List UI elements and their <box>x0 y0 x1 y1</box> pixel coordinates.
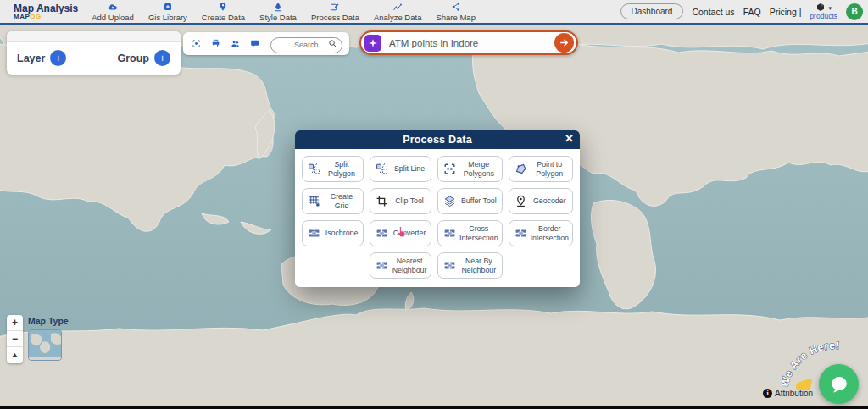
tool-label: Buffer Tool <box>459 196 498 206</box>
zoom-control: + − ▲ <box>7 315 23 363</box>
nearest-neighbour-button[interactable]: Nearest Neighbour <box>370 252 431 279</box>
modal-body: Split Polygon Split Line Merge Polygons … <box>295 149 580 287</box>
nav-item-create-data[interactable]: Create Data <box>202 2 245 22</box>
search-box <box>270 36 343 52</box>
add-group-button[interactable]: + <box>154 50 170 66</box>
search-icon[interactable] <box>328 39 337 48</box>
point-to-polygon-icon <box>515 163 527 175</box>
tool-label: Split Line <box>392 164 427 174</box>
compass-button[interactable]: ▲ <box>7 347 23 363</box>
ai-submit-button[interactable] <box>554 33 574 53</box>
map-type-label: Map Type <box>28 316 69 326</box>
add-layer-button[interactable]: + <box>50 50 66 66</box>
near-by-neighbour-button[interactable]: Near By Neighbour <box>437 252 502 279</box>
layer-label: Layer <box>17 53 45 64</box>
nav-item-label: Process Data <box>311 13 359 22</box>
brand-og-text: OG <box>30 13 41 20</box>
tool-label: Near By Neighbour <box>459 257 498 274</box>
nav-item-share-map[interactable]: Share Map <box>436 2 475 22</box>
create-grid-button[interactable]: Create Grid <box>302 188 364 214</box>
merge-polygons-button[interactable]: Merge Polygons <box>437 156 502 182</box>
nav-item-label: Share Map <box>436 13 475 22</box>
layer-panel-header <box>7 31 181 42</box>
analyze-icon <box>392 2 403 12</box>
map-toolbar <box>183 32 349 55</box>
blocks-icon <box>376 259 388 272</box>
buffer-tool-button[interactable]: Buffer Tool <box>437 188 502 214</box>
split-polygon-icon <box>308 163 320 175</box>
nav-right-area: Dashboard Contact us FAQ Pricing | ▾ pro… <box>620 0 864 23</box>
tool-label: Geocoder <box>531 196 569 206</box>
nav-item-label: Add Upload <box>92 13 134 22</box>
mouse-cursor-icon <box>395 225 409 240</box>
map-analysis-app: Map Analysis MAPOG Add Upload Gis Librar… <box>0 0 868 409</box>
contact-us-link[interactable]: Contact us <box>692 7 734 17</box>
group-label: Group <box>118 53 150 64</box>
comment-icon[interactable] <box>250 38 259 49</box>
modal-header: Process Data ✕ <box>295 130 580 149</box>
nav-item-gis-library[interactable]: Gis Library <box>148 2 187 22</box>
nav-item-label: Analyze Data <box>374 13 422 22</box>
split-polygon-button[interactable]: Split Polygon <box>302 156 364 182</box>
tool-label: Point to Polygon <box>531 160 569 178</box>
nav-item-label: Gis Library <box>148 13 187 22</box>
brand-logo[interactable]: Map Analysis MAPOG <box>14 3 78 20</box>
nav-item-add-upload[interactable]: Add Upload <box>92 2 134 22</box>
nav-item-process-data[interactable]: Process Data <box>311 2 359 22</box>
top-nav: Map Analysis MAPOG Add Upload Gis Librar… <box>0 0 868 25</box>
letterbox-bar <box>0 406 868 409</box>
nav-item-analyze-data[interactable]: Analyze Data <box>374 2 422 22</box>
tool-label: Split Polygon <box>324 160 359 178</box>
info-icon: i <box>763 389 772 398</box>
geocoder-icon <box>515 195 527 207</box>
tool-label: Create Grid <box>324 192 359 210</box>
cloud-upload-icon <box>108 2 118 12</box>
sparkle-icon <box>368 38 378 48</box>
close-icon[interactable]: ✕ <box>565 132 574 145</box>
layer-panel: Layer + Group + <box>7 31 181 75</box>
chat-button[interactable] <box>819 364 859 404</box>
users-icon[interactable] <box>231 38 240 49</box>
map-type-thumbnail[interactable] <box>28 329 62 361</box>
tool-label: Nearest Neighbour <box>392 257 427 274</box>
chevron-down-icon: ▾ <box>828 5 832 11</box>
cross-intersection-button[interactable]: Cross Intersection <box>437 220 502 246</box>
layer-group-row: Layer + Group + <box>7 42 181 74</box>
mini-map <box>29 330 62 361</box>
process-data-modal: Process Data ✕ Split Polygon Split Line … <box>295 130 580 287</box>
tool-label: Merge Polygons <box>459 160 498 178</box>
blocks-icon <box>443 259 456 272</box>
geocoder-button[interactable]: Geocoder <box>509 188 573 214</box>
pricing-link[interactable]: Pricing | <box>770 7 802 17</box>
ai-query-input[interactable] <box>381 38 554 48</box>
clip-tool-button[interactable]: Clip Tool <box>370 188 431 214</box>
modal-title: Process Data <box>403 134 472 146</box>
brand-wordmark: MAPOG <box>14 14 78 20</box>
merge-polygons-icon <box>443 163 456 175</box>
faq-link[interactable]: FAQ <box>743 7 761 17</box>
isochrone-button[interactable]: Isochrone <box>302 220 364 246</box>
tool-label: Cross Intersection <box>459 224 498 242</box>
square-plus-icon <box>163 2 173 12</box>
zoom-out-button[interactable]: − <box>7 331 23 347</box>
point-to-polygon-button[interactable]: Point to Polygon <box>509 156 573 182</box>
printer-icon[interactable] <box>211 38 220 49</box>
dashboard-button[interactable]: Dashboard <box>620 3 684 19</box>
blocks-icon <box>308 227 320 240</box>
buffer-icon <box>443 195 456 207</box>
border-intersection-button[interactable]: Border Intersection <box>509 220 573 246</box>
products-label: products <box>810 13 837 20</box>
ai-sparkle-badge <box>364 35 381 52</box>
map-pin-icon <box>218 2 228 12</box>
nav-item-style-data[interactable]: Style Data <box>259 2 297 22</box>
nav-item-label: Create Data <box>202 13 245 22</box>
tool-label: Border Intersection <box>531 224 569 242</box>
split-line-button[interactable]: Split Line <box>370 156 431 182</box>
user-avatar[interactable]: B <box>846 3 863 20</box>
zoom-in-button[interactable]: + <box>7 315 23 331</box>
blocks-icon <box>515 227 527 240</box>
nav-item-label: Style Data <box>259 13 297 22</box>
tool-label: Clip Tool <box>392 196 427 206</box>
focus-icon[interactable] <box>192 38 201 49</box>
products-menu[interactable]: ▾ products <box>810 3 837 20</box>
